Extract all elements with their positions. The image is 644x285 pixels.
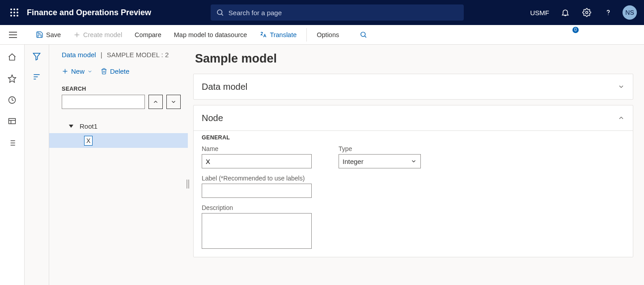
search-icon: [216, 8, 224, 17]
nav-toggle[interactable]: [6, 32, 20, 38]
name-input[interactable]: [202, 154, 312, 168]
svg-point-5: [17, 12, 18, 13]
notifications-icon[interactable]: [556, 0, 574, 25]
company-picker[interactable]: USMF: [527, 9, 553, 17]
svg-point-11: [586, 12, 588, 14]
description-label: Description: [202, 204, 312, 211]
filter-rail: [25, 45, 49, 285]
card-data-model: Data model: [193, 74, 633, 100]
modules-icon[interactable]: [7, 138, 17, 148]
filter-icon[interactable]: [31, 51, 42, 62]
tree-child-label: X: [84, 136, 93, 146]
card-data-model-title: Data model: [202, 82, 247, 92]
card-data-model-head[interactable]: Data model: [194, 74, 633, 99]
svg-point-1: [13, 8, 15, 10]
description-input[interactable]: [202, 213, 312, 249]
svg-marker-36: [34, 53, 40, 60]
breadcrumb-link[interactable]: Data model: [62, 51, 96, 59]
compare-label: Compare: [135, 31, 161, 38]
app-title: Finance and Operations Preview: [27, 8, 151, 17]
app-launcher[interactable]: [4, 0, 25, 25]
card-node: Node GENERAL Name Label (*Recommended to…: [193, 105, 633, 257]
tree-pane: Data model | SAMPLE MODEL : 2 New Delete…: [49, 45, 188, 285]
card-node-head[interactable]: Node: [194, 105, 633, 130]
svg-point-4: [13, 12, 15, 13]
svg-marker-21: [546, 36, 550, 38]
feedback-icon[interactable]: 0: [575, 28, 589, 42]
options-button[interactable]: Options: [311, 29, 344, 41]
search-icon: [360, 31, 367, 38]
new-label: New: [71, 67, 85, 75]
type-value: Integer: [343, 158, 364, 165]
new-node-button[interactable]: New: [62, 67, 93, 75]
svg-marker-25: [8, 75, 16, 83]
card-node-title: Node: [202, 113, 223, 123]
svg-point-7: [13, 15, 15, 17]
svg-point-9: [217, 10, 222, 15]
tree-search-input[interactable]: [62, 95, 145, 109]
svg-point-8: [17, 15, 18, 17]
svg-point-6: [10, 15, 12, 17]
search-next-button[interactable]: [166, 95, 181, 109]
type-label: Type: [339, 145, 421, 152]
caret-down-icon[interactable]: [67, 124, 75, 128]
svg-point-12: [608, 14, 609, 15]
chevron-down-icon: [618, 83, 625, 90]
refresh-icon[interactable]: [592, 28, 606, 42]
delete-node-button[interactable]: Delete: [101, 67, 129, 75]
help-icon[interactable]: [599, 0, 617, 25]
label-input[interactable]: [202, 184, 312, 198]
home-icon[interactable]: [7, 52, 17, 63]
tree-root[interactable]: Root1: [49, 119, 188, 133]
translate-button[interactable]: Translate: [254, 28, 302, 41]
action-bar: Save Create model Compare Map model to d…: [0, 25, 644, 45]
compare-button[interactable]: Compare: [129, 29, 167, 41]
splitter-handle[interactable]: [186, 179, 190, 189]
content: Sample model Data model Node GENERAL: [188, 45, 644, 285]
tree-root-label: Root1: [80, 122, 97, 130]
type-select[interactable]: Integer: [339, 154, 421, 168]
svg-rect-27: [9, 118, 16, 124]
plus-icon: [62, 68, 68, 75]
svg-marker-20: [546, 31, 550, 33]
save-label: Save: [46, 31, 61, 38]
label-label: Label (*Recommended to use labels): [202, 175, 312, 182]
plus-icon: [73, 31, 80, 38]
feedback-count: 0: [572, 27, 579, 33]
popout-icon[interactable]: [609, 28, 623, 42]
svg-point-18: [361, 32, 365, 37]
create-model-button: Create model: [68, 29, 127, 41]
settings-icon[interactable]: [578, 0, 596, 25]
page-title: Sample model: [195, 52, 633, 66]
create-model-label: Create model: [83, 31, 122, 38]
svg-point-3: [10, 12, 12, 13]
chevron-down-icon: [87, 69, 93, 74]
action-search-button[interactable]: [354, 28, 373, 41]
delete-label: Delete: [110, 67, 129, 75]
attachments-icon[interactable]: [541, 28, 555, 42]
breadcrumb-sep: |: [101, 51, 102, 59]
tree-child-selected[interactable]: X: [49, 133, 188, 148]
save-button[interactable]: Save: [30, 28, 66, 41]
chevron-up-icon: [618, 114, 625, 122]
chevron-down-icon: [411, 158, 417, 164]
office-icon[interactable]: [558, 28, 572, 42]
recent-icon[interactable]: [7, 95, 17, 105]
search-prev-button[interactable]: [148, 95, 163, 109]
save-icon: [36, 31, 43, 38]
close-icon[interactable]: [626, 28, 640, 42]
user-avatar[interactable]: NS: [623, 5, 637, 20]
breadcrumb: Data model | SAMPLE MODEL : 2: [49, 50, 188, 61]
sort-icon[interactable]: [31, 71, 42, 82]
translate-icon: [259, 31, 267, 38]
svg-point-0: [10, 8, 12, 10]
map-model-button[interactable]: Map model to datasource: [169, 29, 253, 41]
global-search-input[interactable]: [229, 9, 458, 17]
global-search[interactable]: [211, 4, 464, 21]
trash-icon: [101, 68, 107, 75]
workspaces-icon[interactable]: [7, 116, 17, 127]
svg-point-2: [17, 8, 18, 10]
section-general: GENERAL: [202, 134, 625, 141]
map-model-label: Map model to datasource: [174, 31, 247, 38]
favorites-icon[interactable]: [7, 73, 17, 84]
